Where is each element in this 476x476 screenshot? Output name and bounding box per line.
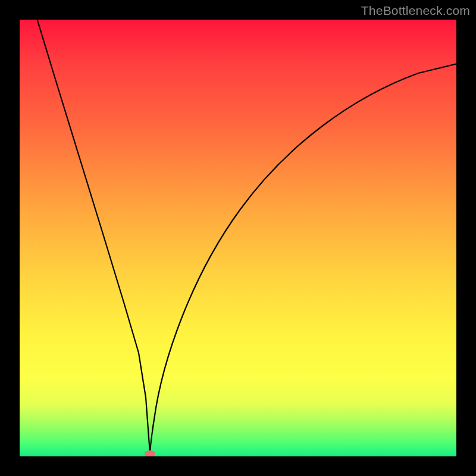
chart-frame: TheBottleneck.com [0,0,476,476]
vertex-marker [145,450,155,456]
watermark-text: TheBottleneck.com [361,4,470,18]
plot-area [20,20,456,456]
curve-path [37,20,456,453]
bottleneck-curve [20,20,456,456]
